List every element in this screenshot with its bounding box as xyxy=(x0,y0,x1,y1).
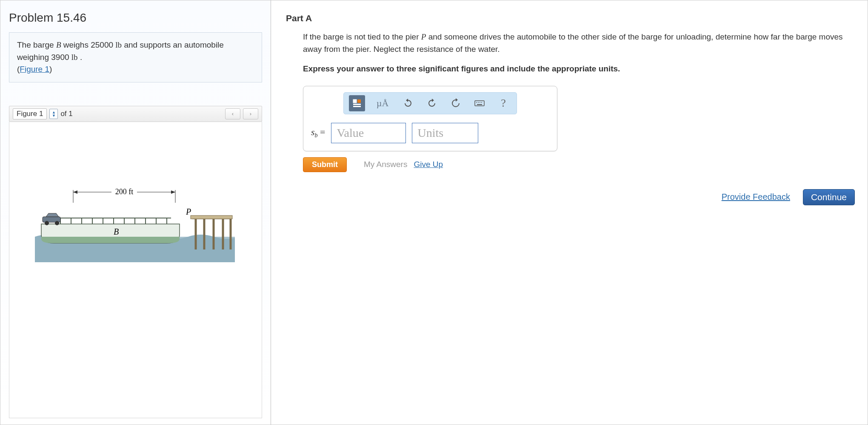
svg-marker-4 xyxy=(73,190,77,194)
part-a-question: If the barge is not tied to the pier P a… xyxy=(303,31,856,55)
answer-var-sub: b xyxy=(315,132,318,139)
figure-toolbar: Figure 1 ▲ ▼ of 1 ‹ › xyxy=(9,106,262,122)
unit-lb-2: lb xyxy=(71,53,78,62)
unit-lb-1: lb xyxy=(115,40,122,49)
svg-point-20 xyxy=(45,221,49,225)
provide-feedback-link[interactable]: Provide Feedback xyxy=(722,192,790,202)
formatting-toolbar: µÅ ? xyxy=(343,92,517,114)
figure-of-text: of 1 xyxy=(60,110,72,118)
help-button[interactable]: ? xyxy=(495,95,511,111)
answer-var-s: s xyxy=(311,127,315,137)
keyboard-icon xyxy=(474,98,485,108)
continue-button[interactable]: Continue xyxy=(803,189,855,205)
submit-button[interactable]: Submit xyxy=(303,157,347,172)
var-B: B xyxy=(56,40,61,49)
undo-button[interactable] xyxy=(400,95,416,111)
units-input[interactable]: Units xyxy=(412,123,478,143)
problem-title: Problem 15.46 xyxy=(9,11,262,25)
svg-rect-36 xyxy=(475,101,484,106)
reset-button[interactable] xyxy=(448,95,464,111)
redo-icon xyxy=(427,98,437,108)
redo-button[interactable] xyxy=(424,95,440,111)
chevron-down-icon: ▼ xyxy=(52,114,56,117)
problem-text-b: weighs 25000 xyxy=(61,40,116,49)
answer-panel: µÅ ? sb = Value xyxy=(303,86,557,151)
answer-input-row: sb = Value Units xyxy=(311,123,549,143)
svg-marker-34 xyxy=(432,99,434,102)
my-answers-label: My Answers xyxy=(364,160,407,169)
reset-icon xyxy=(451,98,461,108)
svg-point-39 xyxy=(480,102,480,103)
part-a-title: Part A xyxy=(286,13,859,23)
part-a-instruction: Express your answer to three significant… xyxy=(303,63,856,75)
svg-point-38 xyxy=(478,102,479,103)
svg-marker-33 xyxy=(406,99,408,102)
problem-text-a: The barge xyxy=(17,40,56,49)
svg-marker-5 xyxy=(171,190,175,194)
svg-rect-28 xyxy=(191,215,232,219)
barge-label: B xyxy=(114,227,119,236)
figure-next-button[interactable]: › xyxy=(243,108,258,119)
svg-point-40 xyxy=(481,102,482,103)
undo-icon xyxy=(403,98,413,108)
keyboard-button[interactable] xyxy=(471,95,488,111)
problem-text-d: . xyxy=(78,53,83,62)
units-tool-button[interactable]: µÅ xyxy=(373,95,392,111)
answer-variable: sb = xyxy=(311,127,325,139)
figure-spinner[interactable]: ▲ ▼ xyxy=(49,109,58,119)
svg-rect-41 xyxy=(477,104,482,105)
dimension-label: 200 ft xyxy=(115,187,134,196)
qa-P: P xyxy=(421,32,426,41)
barge-diagram: 200 ft xyxy=(35,177,235,271)
svg-point-37 xyxy=(476,102,477,103)
figure-link[interactable]: Figure 1 xyxy=(20,65,49,74)
pier-label: P xyxy=(186,207,191,216)
svg-point-21 xyxy=(55,221,59,225)
qa-a: If the barge is not tied to the pier xyxy=(303,32,421,41)
figure-label: Figure 1 xyxy=(13,108,47,119)
figure-canvas: 200 ft xyxy=(9,122,262,419)
svg-rect-31 xyxy=(353,104,361,105)
figure-prev-button[interactable]: ‹ xyxy=(225,108,240,119)
problem-statement: The barge B weighs 25000 lb and supports… xyxy=(9,32,262,82)
svg-rect-32 xyxy=(353,106,361,107)
svg-rect-29 xyxy=(353,99,357,103)
value-input[interactable]: Value xyxy=(331,123,406,143)
svg-rect-30 xyxy=(357,99,361,103)
svg-marker-35 xyxy=(456,98,458,102)
template-tool-button[interactable] xyxy=(349,95,365,111)
answer-eq: = xyxy=(318,127,326,137)
give-up-link[interactable]: Give Up xyxy=(414,160,443,169)
